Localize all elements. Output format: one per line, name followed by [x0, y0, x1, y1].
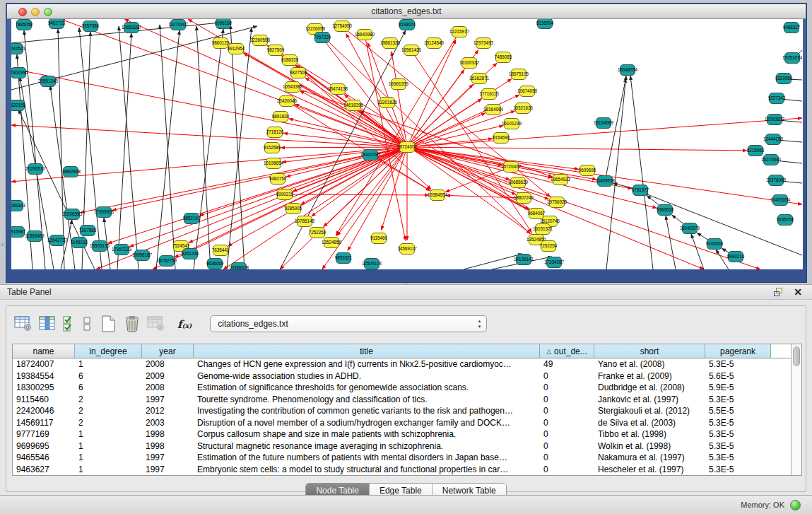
graph-node[interactable]: 15154089 — [594, 118, 614, 129]
new-table-icon[interactable] — [97, 313, 119, 334]
graph-node[interactable]: 16042579 — [680, 223, 700, 234]
column-header-short[interactable]: short — [594, 344, 705, 358]
graph-node[interactable]: 13270007 — [168, 20, 189, 30]
table-row[interactable]: 1830029562008Estimation of significance … — [13, 382, 791, 394]
graph-node[interactable]: 9699695 — [579, 165, 596, 176]
close-panel-icon[interactable]: ✕ — [794, 287, 802, 297]
graph-node[interactable]: 12444158 — [763, 134, 784, 145]
column-header-out_de[interactable]: △out_de... — [540, 344, 594, 358]
graph-node[interactable]: 9482750 — [269, 174, 287, 185]
table-row[interactable]: 911546021997Tourette syndrome. Phenomeno… — [13, 394, 791, 406]
graph-node[interactable]: 13505135 — [90, 241, 110, 252]
graph-node[interactable]: 7252254 — [540, 241, 558, 252]
graph-node[interactable]: 13376088 — [766, 175, 787, 186]
graph-node[interactable]: 14618396 — [343, 100, 364, 111]
delete-rows-trash-icon[interactable] — [121, 313, 143, 334]
graph-node[interactable]: 7635441 — [212, 245, 230, 256]
graph-node[interactable]: 26206510 — [25, 164, 46, 175]
graph-node[interactable]: 20551245 — [38, 76, 59, 87]
graph-node[interactable]: 17957223 — [112, 245, 132, 255]
graph-node[interactable]: 10366628 — [229, 263, 249, 270]
graph-node[interactable]: 3915987 — [11, 227, 26, 238]
graph-node[interactable]: 9468327 — [783, 23, 801, 33]
graph-node[interactable]: 18164064 — [483, 105, 504, 115]
graph-node[interactable]: 12504104 — [362, 259, 382, 269]
graph-node[interactable]: 10403054 — [770, 195, 791, 206]
graph-node[interactable]: 9920155 — [11, 100, 26, 111]
graph-node[interactable]: 8990216 — [727, 252, 745, 262]
window-minimize-button[interactable] — [31, 8, 40, 16]
graph-node[interactable]: 12942737 — [47, 235, 68, 246]
graph-node[interactable]: 9891830 — [272, 112, 290, 122]
graph-node[interactable]: 15751074 — [782, 53, 803, 64]
graph-node[interactable]: 10198654 — [264, 158, 284, 169]
row-select-icon[interactable] — [60, 313, 77, 334]
graph-node[interactable]: 11056343 — [11, 201, 25, 211]
graph-node[interactable]: 10653287 — [122, 23, 142, 33]
graph-node[interactable]: 6791977 — [632, 185, 649, 196]
graph-node[interactable]: 22420046 — [277, 96, 298, 107]
table-row[interactable]: 2242004622012Investigating the contribut… — [13, 405, 791, 417]
graph-node[interactable]: 6996160 — [215, 19, 233, 29]
float-panel-icon[interactable] — [774, 288, 784, 297]
graph-node[interactable]: 8912954 — [228, 44, 245, 54]
graph-node[interactable]: 13201626 — [377, 98, 398, 108]
graph-node[interactable]: 8990215 — [276, 189, 294, 200]
graph-node[interactable]: 7957224 — [314, 33, 331, 43]
clear-selection-icon[interactable] — [78, 313, 95, 334]
graph-node[interactable]: 10321626 — [513, 103, 534, 114]
table-selector-dropdown[interactable]: citations_edges.txt ▲▼ — [210, 315, 487, 332]
graph-node[interactable]: 9360618 — [657, 205, 674, 216]
graph-node[interactable]: 9853321 — [335, 253, 353, 264]
table-row[interactable]: 1938455462009Genome-wide association stu… — [13, 370, 791, 382]
graph-node[interactable]: 16409538 — [595, 176, 616, 187]
column-select-icon[interactable] — [36, 313, 59, 334]
graph-node[interactable]: 1145193 — [71, 238, 88, 248]
graph-node[interactable]: 8261246 — [182, 249, 199, 259]
scrollbar-thumb[interactable] — [793, 346, 800, 366]
graph-node[interactable]: 11568489 — [25, 231, 45, 242]
graph-node[interactable]: 19654923 — [551, 175, 571, 185]
graph-node[interactable]: 15474138 — [328, 84, 348, 95]
graph-node[interactable]: 10543382 — [283, 82, 303, 93]
graph-node[interactable]: 14136141 — [514, 255, 534, 265]
memory-ok-indicator[interactable] — [790, 500, 801, 510]
table-row[interactable]: 946554611997Estimation of the future num… — [13, 452, 791, 464]
graph-node[interactable]: 7252259 — [309, 228, 326, 238]
graph-node[interactable]: 9827508 — [290, 68, 307, 78]
graph-node[interactable]: 10674098 — [517, 86, 538, 97]
graph-node[interactable]: 16151321 — [533, 224, 553, 235]
graph-node[interactable]: 9115460 — [370, 233, 388, 244]
graph-node[interactable]: 9227343 — [768, 93, 786, 104]
graph-node[interactable]: 22260558 — [250, 35, 271, 46]
table-row[interactable]: 1456911722003Disruption of a novel membe… — [13, 417, 791, 429]
window-zoom-button[interactable] — [44, 8, 52, 16]
graph-node[interactable]: 10688639 — [508, 177, 529, 188]
graph-node[interactable]: 18724007 — [397, 142, 418, 153]
graph-node[interactable]: 17716113 — [479, 89, 499, 100]
graph-node[interactable]: 13524856 — [322, 238, 342, 248]
graph-node[interactable]: 12093832 — [765, 115, 785, 125]
graph-node[interactable]: 14569117 — [397, 244, 417, 255]
graph-node[interactable]: 8136904 — [536, 19, 554, 29]
graph-node[interactable]: 12754950 — [332, 21, 353, 32]
graph-node[interactable]: 18300295 — [360, 150, 381, 160]
graph-node[interactable]: 9636069 — [206, 259, 224, 269]
graph-node[interactable]: 9245008 — [706, 239, 724, 250]
graph-node[interactable]: 16044521 — [11, 44, 25, 54]
graph-node[interactable]: 16648784 — [618, 65, 638, 76]
graph-node[interactable]: 20206553 — [62, 209, 83, 220]
network-window-titlebar[interactable]: citations_edges.txt — [7, 4, 806, 19]
table-row[interactable]: 969969511998Structural magnetic resonanc… — [13, 440, 791, 452]
network-graph-svg[interactable]: 1872400798601238912954222605589827509818… — [11, 19, 803, 269]
west-panel-collapse-handle[interactable]: ‹ — [0, 239, 5, 250]
table-row[interactable]: 946362711997Embryonic stem cells: a mode… — [13, 464, 791, 476]
graph-node[interactable]: 9285905 — [285, 204, 302, 214]
graph-node[interactable]: 2718120 — [266, 127, 284, 138]
window-close-button[interactable] — [18, 8, 27, 16]
graph-node[interactable]: 12215977 — [449, 27, 470, 37]
graph-node[interactable]: 16210643 — [761, 155, 782, 165]
graph-node[interactable]: 9357986 — [82, 21, 100, 32]
graph-node[interactable]: 17359928 — [94, 207, 114, 218]
graph-node[interactable]: 7895058 — [16, 20, 33, 30]
